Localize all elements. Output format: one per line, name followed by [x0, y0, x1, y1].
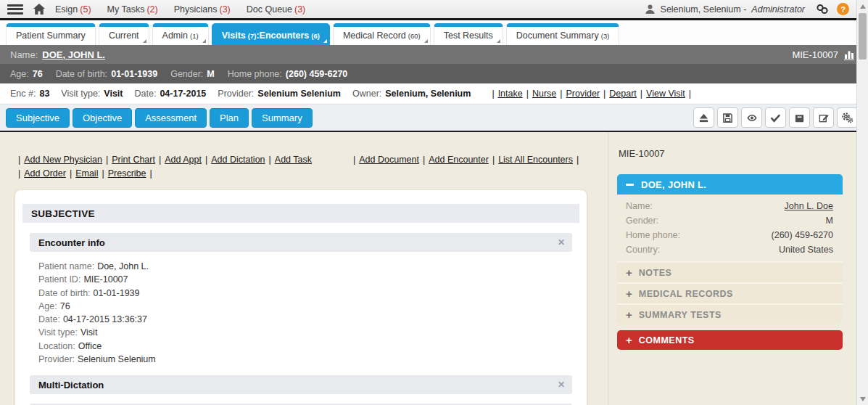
tab-document-summary[interactable]: Document Summary(3) — [506, 23, 620, 45]
hamburger-menu-icon[interactable] — [7, 4, 23, 15]
edit-button[interactable] — [813, 107, 834, 128]
sidebar-row: Name:John L. Doe — [626, 199, 833, 213]
field-row: Provider:Selenium Selenium — [38, 353, 587, 366]
tab-label: Patient Summary — [16, 30, 86, 41]
field-row: Visit type:Visit — [38, 326, 587, 339]
quick-link[interactable]: Add Task — [275, 155, 312, 165]
archive-button[interactable] — [789, 107, 810, 128]
patient-name-link[interactable]: DOE, JOHN L. — [42, 49, 105, 60]
plan-button[interactable]: Plan — [210, 108, 249, 128]
quick-link[interactable]: Add New Physician — [24, 155, 102, 165]
quick-link[interactable]: List All Encounters — [498, 155, 573, 165]
encounter-stage-link[interactable]: Intake — [498, 89, 523, 99]
encounter-stage-link[interactable]: View Visit — [646, 89, 685, 99]
eject-button[interactable] — [693, 107, 714, 128]
field-label: Gender: — [170, 69, 203, 79]
sidebar-demographics: Name:John L. Doe Gender:M Home phone:(26… — [617, 195, 843, 261]
tab-label: Visits — [222, 30, 246, 41]
home-icon[interactable] — [33, 4, 45, 15]
quick-link[interactable]: Add Appt — [165, 155, 202, 165]
sidebar-patient-header[interactable]: DOE, JOHN L. — [617, 174, 843, 195]
subjective-button[interactable]: Subjective — [6, 108, 70, 128]
sidebar-section-medical-records[interactable]: + MEDICAL RECORDS — [617, 282, 843, 303]
pipe-separator: | — [492, 89, 494, 99]
tab-count: (60) — [408, 32, 421, 40]
bar-chart-icon[interactable] — [844, 49, 855, 60]
tab-visits-encounters[interactable]: Visits(7):Encounters(6) — [212, 23, 330, 45]
menu-count: (5) — [80, 4, 91, 15]
field-value: Selenium Selenium — [78, 354, 156, 364]
sidebar-patient-name: DOE, JOHN L. — [641, 179, 706, 190]
field-value: 01-01-1939 — [94, 288, 140, 298]
multi-dictation-panel-header[interactable]: Multi-Dictation ✕ — [30, 375, 572, 394]
pipe-separator: | — [106, 155, 108, 165]
assessment-button[interactable]: Assessment — [135, 108, 207, 128]
close-icon[interactable]: ✕ — [558, 237, 565, 248]
menu-item-physicians[interactable]: Physicians(3) — [174, 4, 231, 15]
quick-link[interactable]: Add Encounter — [429, 155, 489, 165]
preview-button[interactable] — [741, 107, 762, 128]
pipe-separator: | — [18, 155, 20, 165]
field-value: MIE-10007 — [83, 274, 128, 285]
tab-admin[interactable]: Admin(1) — [152, 23, 209, 45]
subjective-section-header: SUBJECTIVE — [22, 204, 579, 223]
quick-link[interactable]: Prescribe — [108, 168, 146, 179]
sidebar-section-comments[interactable]: + COMMENTS — [617, 330, 843, 350]
menu-item-esign[interactable]: Esign(5) — [55, 4, 91, 15]
field-label: Name: — [626, 199, 653, 213]
field-value: Selenium Selenium — [257, 89, 341, 99]
help-icon[interactable]: ? — [837, 3, 849, 15]
patient-name-link[interactable]: John L. Doe — [785, 199, 833, 213]
field-row: Patient ID:MIE-10007 — [38, 273, 587, 286]
encounter-info-panel-header[interactable]: Encounter info ✕ — [30, 233, 572, 252]
quick-link[interactable]: Add Document — [359, 155, 419, 165]
tab-label: Document Summary — [516, 30, 599, 41]
tab-test-results[interactable]: Test Results — [434, 23, 503, 45]
sign-off-button[interactable] — [765, 107, 786, 128]
field-label: Visit type: — [61, 89, 100, 99]
pipe-separator: | — [603, 89, 605, 99]
save-button[interactable] — [717, 107, 738, 128]
menu-item-doc-queue[interactable]: Doc Queue(3) — [247, 4, 306, 15]
field-row: Date:04-17-2015 13:36:37 — [38, 313, 587, 326]
tab-current[interactable]: Current — [99, 23, 149, 45]
plus-icon: + — [626, 267, 632, 278]
vertical-scrollbar[interactable] — [856, 0, 868, 405]
quick-link[interactable]: Print Chart — [112, 155, 155, 165]
scroll-down-arrow-icon[interactable] — [857, 393, 868, 404]
tab-patient-summary[interactable]: Patient Summary — [6, 23, 96, 45]
close-icon[interactable]: ✕ — [558, 380, 565, 390]
field-label: Country: — [626, 242, 660, 257]
quick-links-row-1: |Add New Physician|Print Chart|Add Appt|… — [15, 154, 608, 166]
tab-count: (3) — [601, 32, 610, 40]
field-label: Date: — [38, 314, 60, 324]
encounter-stage-link[interactable]: Provider — [566, 89, 600, 99]
quick-links-right: |Add Document|Add Encounter|List All Enc… — [350, 154, 582, 166]
field-label: Date of birth: — [56, 69, 108, 79]
quick-link[interactable]: Add Dictation — [211, 155, 265, 165]
settings-button[interactable] — [837, 107, 858, 128]
quick-link[interactable]: Email — [75, 168, 98, 179]
tab-label: Admin — [162, 30, 188, 41]
plus-icon: + — [626, 288, 632, 299]
menu-item-my-tasks[interactable]: My Tasks(2) — [107, 4, 158, 15]
objective-button[interactable]: Objective — [73, 108, 132, 128]
plus-icon: + — [626, 335, 632, 345]
tab-count: (6) — [311, 32, 320, 40]
quick-link[interactable]: Add Order — [24, 168, 66, 179]
sidebar-section-summary-tests[interactable]: + SUMMARY TESTS — [617, 303, 843, 324]
encounter-stage-link[interactable]: Depart — [609, 89, 637, 99]
tab-medical-record[interactable]: Medical Record(60) — [333, 23, 431, 45]
scrollbar-thumb[interactable] — [859, 13, 867, 60]
link-chain-icon[interactable] — [816, 4, 829, 15]
section-label: COMMENTS — [639, 335, 695, 345]
summary-button[interactable]: Summary — [252, 108, 313, 128]
encounter-info-fields: Patient name:Doe, John L. Patient ID:MIE… — [38, 260, 587, 366]
pipe-separator: | — [269, 155, 271, 165]
sidebar-section-notes[interactable]: + NOTES — [617, 261, 843, 282]
encounter-stage-link[interactable]: Nurse — [532, 89, 556, 99]
scroll-up-arrow-icon[interactable] — [857, 1, 868, 12]
collapse-minus-icon — [626, 184, 634, 186]
chart-id: MIE-10007 — [792, 49, 838, 60]
field-row: Location:Office — [38, 340, 587, 353]
